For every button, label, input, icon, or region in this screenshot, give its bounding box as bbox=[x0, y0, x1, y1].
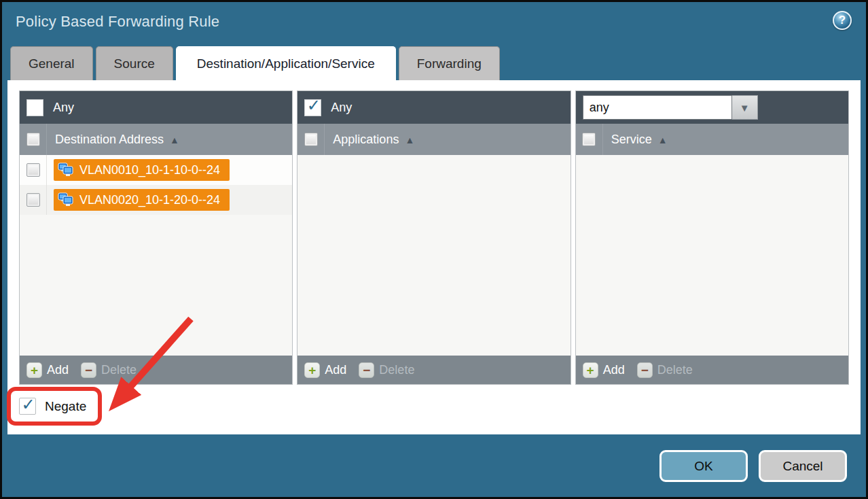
destination-address-list: VLAN0010_10-1-10-0--24 bbox=[20, 155, 292, 356]
plus-icon: + bbox=[304, 362, 320, 378]
column-title: Destination Address bbox=[55, 133, 164, 147]
destination-any-checkbox[interactable] bbox=[26, 99, 43, 116]
plus-icon: + bbox=[26, 362, 42, 378]
tab-content-area: Any Destination Address ▲ bbox=[7, 80, 861, 434]
delete-button[interactable]: − Delete bbox=[637, 362, 693, 378]
applications-panel: ✓ Any Applications ▲ + bbox=[297, 90, 571, 385]
add-button[interactable]: + Add bbox=[304, 362, 346, 378]
tab-destination-application-service[interactable]: Destination/Application/Service bbox=[176, 46, 396, 80]
applications-list bbox=[297, 155, 570, 356]
service-select-all-checkbox[interactable] bbox=[582, 133, 596, 146]
table-row[interactable]: VLAN0020_10-1-20-0--24 bbox=[20, 185, 292, 215]
header-checkbox-cell bbox=[20, 124, 47, 155]
minus-icon: − bbox=[637, 362, 653, 378]
applications-any-bar: ✓ Any bbox=[297, 91, 570, 124]
row-checkbox[interactable] bbox=[26, 163, 40, 177]
destination-any-label: Any bbox=[53, 101, 74, 115]
cancel-button[interactable]: Cancel bbox=[759, 450, 847, 482]
dialog-title: Policy Based Forwarding Rule bbox=[16, 13, 219, 31]
delete-label: Delete bbox=[379, 363, 414, 377]
delete-label: Delete bbox=[101, 363, 137, 377]
minus-icon: − bbox=[81, 362, 96, 378]
sort-asc-icon[interactable]: ▲ bbox=[405, 135, 414, 145]
address-object-tag[interactable]: VLAN0020_10-1-20-0--24 bbox=[54, 189, 230, 211]
tab-bar: General Source Destination/Application/S… bbox=[10, 46, 500, 80]
applications-column-header: Applications ▲ bbox=[297, 124, 570, 155]
applications-any-checkbox[interactable]: ✓ bbox=[304, 99, 321, 116]
applications-any-label: Any bbox=[331, 101, 352, 115]
policy-based-forwarding-rule-dialog: Policy Based Forwarding Rule ? General S… bbox=[0, 0, 868, 499]
add-label: Add bbox=[603, 363, 625, 377]
dropdown-arrow-button[interactable]: ▼ bbox=[732, 95, 758, 120]
service-list bbox=[576, 155, 848, 356]
question-mark-glyph: ? bbox=[839, 14, 846, 27]
sort-asc-icon[interactable]: ▲ bbox=[658, 135, 668, 145]
minus-icon: − bbox=[359, 362, 374, 378]
ok-button[interactable]: OK bbox=[659, 450, 748, 482]
help-icon[interactable]: ? bbox=[833, 11, 852, 30]
service-panel: any ▼ Service ▲ bbox=[575, 90, 849, 385]
destination-any-bar: Any bbox=[20, 91, 292, 124]
destination-select-all-checkbox[interactable] bbox=[26, 133, 40, 146]
check-icon: ✓ bbox=[21, 395, 35, 414]
negate-checkbox[interactable]: ✓ bbox=[19, 398, 36, 415]
column-title: Service bbox=[611, 133, 652, 147]
panels-container: Any Destination Address ▲ bbox=[19, 90, 849, 385]
network-computers-icon bbox=[58, 162, 74, 177]
sort-asc-icon[interactable]: ▲ bbox=[170, 135, 179, 145]
service-toolbar: + Add − Delete bbox=[576, 356, 848, 384]
delete-button[interactable]: − Delete bbox=[81, 362, 137, 378]
network-computers-icon bbox=[58, 192, 74, 207]
add-button[interactable]: + Add bbox=[583, 362, 625, 378]
destination-toolbar: + Add − Delete bbox=[20, 356, 292, 384]
dialog-footer-buttons: OK Cancel bbox=[659, 450, 847, 482]
header-checkbox-cell bbox=[576, 124, 603, 155]
plus-icon: + bbox=[583, 362, 598, 378]
service-column-label[interactable]: Service ▲ bbox=[603, 133, 668, 147]
service-dropdown-value[interactable]: any bbox=[583, 95, 732, 120]
column-title: Applications bbox=[333, 133, 399, 147]
applications-column-label[interactable]: Applications ▲ bbox=[325, 133, 414, 147]
negate-annotation-box: ✓ Negate bbox=[7, 387, 102, 426]
address-object-tag[interactable]: VLAN0010_10-1-10-0--24 bbox=[54, 159, 230, 181]
table-row[interactable]: VLAN0010_10-1-10-0--24 bbox=[20, 155, 292, 185]
tab-source[interactable]: Source bbox=[96, 46, 173, 80]
applications-select-all-checkbox[interactable] bbox=[304, 133, 318, 146]
add-label: Add bbox=[47, 363, 69, 377]
add-button[interactable]: + Add bbox=[26, 362, 69, 378]
destination-column-header: Destination Address ▲ bbox=[20, 124, 292, 155]
address-object-name: VLAN0010_10-1-10-0--24 bbox=[79, 163, 220, 177]
check-icon: ✓ bbox=[307, 97, 321, 114]
negate-label: Negate bbox=[45, 399, 86, 414]
row-checkbox-cell bbox=[20, 185, 47, 215]
service-column-header: Service ▲ bbox=[576, 124, 848, 155]
applications-toolbar: + Add − Delete bbox=[297, 356, 570, 384]
delete-label: Delete bbox=[657, 363, 693, 377]
chevron-down-icon: ▼ bbox=[740, 102, 750, 114]
header-checkbox-cell bbox=[297, 124, 325, 155]
row-checkbox[interactable] bbox=[26, 193, 40, 207]
tab-forwarding[interactable]: Forwarding bbox=[399, 46, 500, 80]
service-dropdown-bar: any ▼ bbox=[576, 91, 848, 124]
destination-column-label[interactable]: Destination Address ▲ bbox=[47, 133, 179, 147]
service-dropdown[interactable]: any ▼ bbox=[583, 95, 758, 120]
add-label: Add bbox=[325, 363, 346, 377]
address-object-name: VLAN0020_10-1-20-0--24 bbox=[79, 193, 220, 207]
tab-general[interactable]: General bbox=[10, 46, 93, 80]
delete-button[interactable]: − Delete bbox=[359, 362, 414, 378]
row-checkbox-cell bbox=[20, 155, 47, 185]
destination-address-panel: Any Destination Address ▲ bbox=[19, 90, 293, 385]
